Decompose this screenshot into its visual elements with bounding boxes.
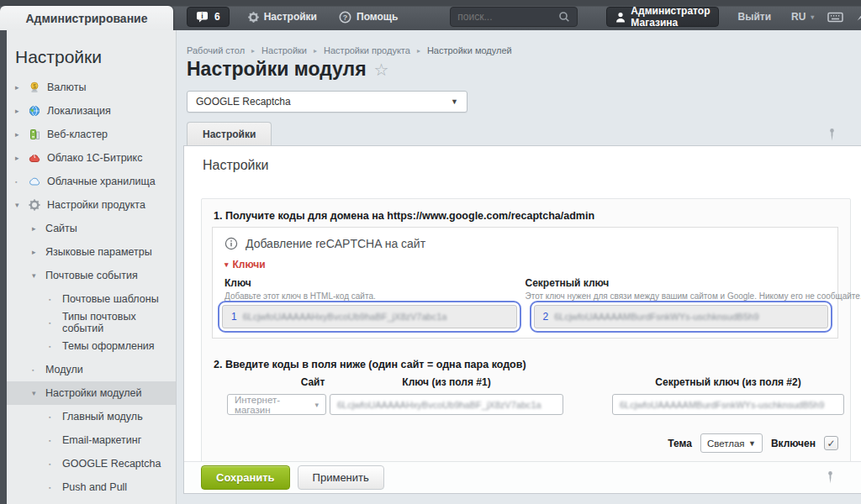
save-button[interactable]: Сохранить <box>201 465 290 490</box>
topbar-help-link[interactable]: ? Помощь <box>339 11 398 24</box>
theme-select[interactable]: Светлая ▼ <box>700 433 763 453</box>
site-select-value: Интернет-магазин <box>235 395 314 415</box>
sidebar-item-main-module[interactable]: ▪ Главный модуль <box>7 405 176 428</box>
site-key-marker: 1 <box>231 311 237 323</box>
form-tab-strip: Настройки <box>183 121 861 145</box>
tab-administration-label: Администрирование <box>26 12 148 25</box>
gear-icon <box>29 199 47 211</box>
sidebar-item-push-and-pull[interactable]: ▪ Push and Pull <box>7 475 176 499</box>
currency-icon: $ <box>29 81 47 93</box>
sidebar-item-web-cluster[interactable]: ▸ Веб-кластер <box>7 123 176 146</box>
breadcrumb-module-settings[interactable]: Настройки модулей <box>427 45 512 55</box>
bullet-icon: ▪ <box>32 367 45 373</box>
module-select[interactable]: GOOGLE Recaptcha ▼ <box>187 91 467 113</box>
keyboard-icon[interactable] <box>827 11 843 24</box>
site-select[interactable]: Интернет-магазин ▾ <box>227 394 326 415</box>
sidebar-item-sites[interactable]: ▸ Сайты <box>7 217 176 240</box>
search-input[interactable] <box>457 11 558 23</box>
sidebar-item-currencies[interactable]: ▸ $ Валюты <box>7 76 176 99</box>
sidebar-item-localization[interactable]: ▸ Локализация <box>7 99 176 123</box>
site-key-field[interactable]: 1 6LcjwfoUAAAAAHxyBvcoUb9haBF_jX8zV7abc1… <box>222 305 517 328</box>
select-arrow-icon: ▼ <box>748 439 756 448</box>
bitrix-admin-screen: Администрирование i 6 Настройки ? Помощь <box>0 0 861 504</box>
breadcrumb-product-settings[interactable]: Настройки продукта <box>324 45 410 55</box>
step1-heading: 1. Получите коды для домена на https://w… <box>214 210 594 222</box>
topbar: Администрирование i 6 Настройки ? Помощь <box>0 0 861 30</box>
main-area: Рабочий стол ▸ Настройки ▸ Настройки про… <box>177 30 861 504</box>
settings-panel: Настройки 1. Получите коды для домена на… <box>183 145 861 494</box>
apply-button[interactable]: Применить <box>298 465 384 490</box>
user-menu-button[interactable]: Администратор Магазина <box>606 7 719 27</box>
secret-input[interactable]: 6LcjwfoUAAAAAMBurdFsnkWYs-uschknsudB5h9 <box>612 394 844 415</box>
sidebar-item-themes[interactable]: ▪ Темы оформления <box>7 334 176 358</box>
key-input-value: 6LcjwfoUAAAAAHxyBvcoUb9haBF_jX8zV7abc1a <box>337 400 541 410</box>
sidebar-item-language-params[interactable]: ▸ Языковые параметры <box>7 240 176 264</box>
topbar-settings-link[interactable]: Настройки <box>248 11 317 23</box>
sidebar-item-mail-templates[interactable]: ▪ Почтовые шаблоны <box>7 287 176 311</box>
breadcrumb: Рабочий стол ▸ Настройки ▸ Настройки про… <box>187 45 512 55</box>
bullet-icon: ▪ <box>15 179 29 185</box>
sidebar-item-bitrix-cloud[interactable]: ▸ Облако 1С-Битрикс <box>7 146 176 170</box>
key-input[interactable]: 6LcjwfoUAAAAAHxyBvcoUb9haBF_jX8zV7abc1a <box>330 394 563 415</box>
pin-icon[interactable] <box>827 128 837 142</box>
blue-cloud-icon <box>29 176 47 187</box>
enabled-checkbox[interactable]: ✓ <box>824 436 838 450</box>
sidebar-item-mail-events[interactable]: ▾ Почтовые события <box>7 264 176 287</box>
sidebar: Настройки ▸ $ Валюты ▸ Локализация ▸ Веб… <box>7 30 177 504</box>
theme-label: Тема <box>668 438 692 449</box>
breadcrumb-separator-icon: ▸ <box>314 47 317 55</box>
enabled-label: Включен <box>771 438 816 449</box>
sidebar-item-email-marketing[interactable]: ▪ Email-маркетинг <box>7 428 176 452</box>
sidebar-item-modules[interactable]: ▪ Модули <box>7 358 176 381</box>
key-columns: Ключ Добавьте этот ключ в HTML-код сайта… <box>213 270 837 301</box>
sidebar-item-module-settings[interactable]: ▾ Настройки модулей <box>7 381 176 405</box>
breadcrumb-desktop[interactable]: Рабочий стол <box>187 45 245 55</box>
logout-link[interactable]: Выйти <box>737 11 771 23</box>
notifications-count: 6 <box>214 11 220 23</box>
pin-icon[interactable] <box>825 470 836 485</box>
tab-nastroyki[interactable]: Настройки <box>187 122 272 146</box>
settings-fieldset: 1. Получите коды для домена на https://w… <box>201 198 851 463</box>
topbar-settings-label: Настройки <box>264 11 317 23</box>
page-title: Настройки модуля ☆ <box>187 58 389 81</box>
sidebar-item-mail-event-types[interactable]: ▪ Типы почтовых событий <box>7 311 176 334</box>
pin-icon[interactable] <box>854 10 861 24</box>
chevron-right-icon: ▸ <box>15 107 29 115</box>
secret-key-column: Секретный ключ Этот ключ нужен для связи… <box>526 277 827 301</box>
search-icon[interactable] <box>558 11 570 23</box>
breadcrumb-settings[interactable]: Настройки <box>261 45 307 55</box>
secret-key-label: Секретный ключ <box>526 277 827 289</box>
chevron-right-icon: ▸ <box>15 154 29 162</box>
sidebar-menu: ▸ $ Валюты ▸ Локализация ▸ Веб-кластер ▸… <box>7 76 176 499</box>
chevron-down-icon: ▾ <box>15 201 29 209</box>
secret-input-value: 6LcjwfoUAAAAAMBurdFsnkWYs-uschknsudB5h9 <box>620 400 824 410</box>
chevron-down-icon: ▾ <box>811 13 814 21</box>
site-key-column: Ключ Добавьте этот ключ в HTML-код сайта… <box>224 277 526 301</box>
bullet-icon: ▪ <box>49 485 62 491</box>
page-title-text: Настройки модуля <box>187 58 367 81</box>
gear-icon <box>248 12 259 23</box>
user-icon <box>615 12 626 23</box>
sidebar-item-cloud-storage[interactable]: ▪ Облачные хранилища <box>7 170 176 193</box>
form-legend: Настройки <box>203 158 268 173</box>
sidebar-item-google-recaptcha[interactable]: ▪ GOOGLE Recaptcha <box>7 452 176 475</box>
notifications-button[interactable]: i 6 <box>187 7 230 27</box>
language-dropdown[interactable]: RU ▾ <box>791 11 814 23</box>
user-name-label: Администратор Магазина <box>631 5 710 29</box>
select-arrow-icon: ▾ <box>314 401 319 409</box>
sidebar-item-product-settings[interactable]: ▾ Настройки продукта <box>7 193 176 217</box>
chevron-right-icon: ▸ <box>15 130 29 139</box>
sidebar-edge-strip <box>0 30 7 504</box>
keys-section-toggle[interactable]: ▾ Ключи <box>224 259 826 270</box>
secret-key-field[interactable]: 2 6LcjwfoUAAAAAMBurdFsnkWYs-uschknsudB5h… <box>534 305 829 328</box>
info-bubble-icon: i <box>196 11 209 23</box>
bullet-icon: ▪ <box>49 320 62 326</box>
site-key-value: 6LcjwfoUAAAAAHxyBvcoUb9haBF_jX8zV7abc1a <box>243 312 447 322</box>
language-label: RU <box>791 11 806 23</box>
secret-key-desc: Этот ключ нужен для связи между вашим са… <box>526 291 827 301</box>
favorite-star-icon[interactable]: ☆ <box>374 60 389 80</box>
tab-administration[interactable]: Администрирование <box>0 6 173 30</box>
google-recaptcha-box: Добавление reCAPTCHA на сайт ▾ Ключи Клю… <box>212 227 838 339</box>
bullet-icon: ▪ <box>49 414 62 420</box>
site-key-label: Ключ <box>224 277 526 289</box>
